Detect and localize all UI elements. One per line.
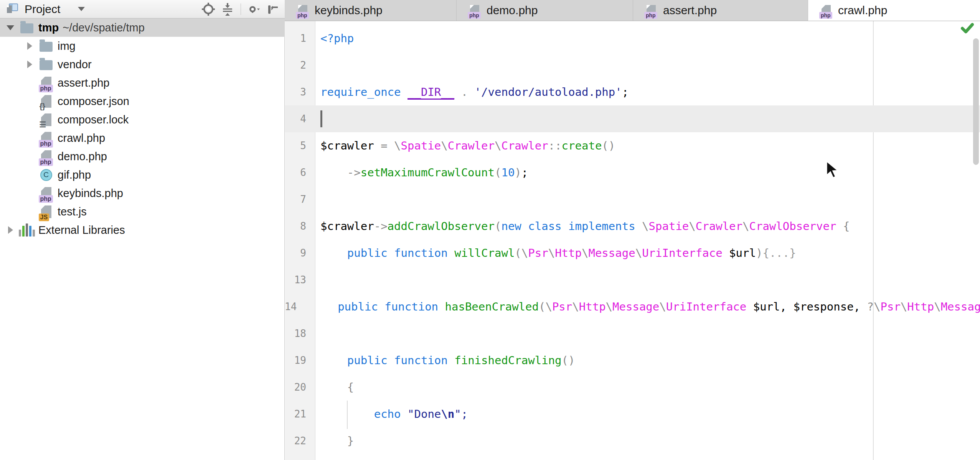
- code-line-14[interactable]: 14 public function hasBeenCrawled(\Psr\H…: [285, 293, 980, 320]
- code-line-3[interactable]: 3require_once __DIR__ . '/vendor/autoloa…: [285, 79, 980, 105]
- tree-item-demo.php[interactable]: php demo.php: [0, 147, 285, 166]
- tree-item-label: vendor: [58, 58, 92, 71]
- tab-crawl.php[interactable]: php crawl.php: [808, 0, 980, 21]
- code-text: }: [320, 434, 354, 447]
- settings-gear-icon[interactable]: [246, 2, 260, 16]
- hide-panel-icon[interactable]: [266, 2, 279, 16]
- php-file-icon: php: [41, 187, 51, 200]
- code-text: ->setMaximumCrawlCount(10);: [320, 166, 528, 179]
- editor-scrollbar-thumb[interactable]: [973, 38, 979, 165]
- tab-demo.php[interactable]: php demo.php: [457, 0, 633, 21]
- expand-arrow-icon[interactable]: [7, 25, 14, 30]
- code-area[interactable]: 1<?php23require_once __DIR__ . '/vendor/…: [285, 21, 980, 454]
- code-text: public function finishedCrawling(): [320, 354, 575, 367]
- tab-label: demo.php: [487, 4, 538, 17]
- tree-item-label: gif.php: [58, 169, 91, 181]
- code-line-21[interactable]: 21 echo "Done\n";: [285, 401, 980, 427]
- tree-item-label: composer.lock: [58, 113, 129, 126]
- php-file-icon: php: [647, 5, 656, 16]
- code-text: echo "Done\n";: [320, 407, 468, 421]
- tree-item-img[interactable]: img: [0, 37, 285, 55]
- line-number: 3: [285, 86, 306, 98]
- tree-item-assert.php[interactable]: php assert.php: [0, 74, 285, 92]
- tree-item-label: test.js: [58, 205, 87, 218]
- line-number: 1: [285, 33, 306, 44]
- line-number: 18: [285, 328, 306, 339]
- code-line-8[interactable]: 8$crawler->addCrawlObserver(new class im…: [285, 213, 980, 240]
- code-line-2[interactable]: 2: [285, 52, 980, 79]
- php-file-icon: php: [298, 5, 307, 16]
- inspections-ok-icon[interactable]: [961, 23, 974, 36]
- line-number: 2: [285, 59, 306, 71]
- code-text: public function hasBeenCrawled(\Psr\Http…: [311, 300, 980, 313]
- project-tool-window: Project: [0, 0, 285, 460]
- code-line-6[interactable]: 6 ->setMaximumCrawlCount(10);: [285, 159, 980, 186]
- tree-item-label: keybinds.php: [58, 187, 123, 200]
- code-text: {: [320, 381, 354, 394]
- tree-item-vendor[interactable]: vendor: [0, 55, 285, 74]
- phpstorm-window: Project: [0, 0, 980, 460]
- collapse-arrow-icon[interactable]: [27, 42, 32, 50]
- lock-file-icon: ☰: [41, 113, 51, 126]
- line-number: 5: [285, 140, 306, 151]
- code-text: require_once __DIR__ . '/vendor/autoload…: [320, 85, 629, 99]
- code-text: public function willCrawl(\Psr\Http\Mess…: [320, 246, 796, 260]
- tree-item-external-libraries[interactable]: External Libraries: [0, 221, 285, 239]
- code-line-7[interactable]: 7: [285, 186, 980, 213]
- code-line-18[interactable]: 18: [285, 320, 980, 347]
- line-number: 7: [285, 194, 306, 205]
- json-file-icon: {}: [41, 95, 51, 108]
- tree-item-tmp[interactable]: tmp~/dev/spatie/tmp: [0, 18, 285, 37]
- tree-item-label: assert.php: [58, 77, 109, 89]
- tab-keybinds.php[interactable]: php keybinds.php: [285, 0, 457, 21]
- folder-icon: [40, 60, 53, 70]
- line-number: 13: [285, 274, 306, 286]
- tree-item-composer.lock[interactable]: ☰ composer.lock: [0, 110, 285, 129]
- toolbar-separator: [241, 3, 241, 15]
- line-number: 4: [285, 113, 306, 125]
- collapse-arrow-icon[interactable]: [27, 61, 32, 68]
- line-number: 21: [285, 408, 306, 420]
- tab-assert.php[interactable]: php assert.php: [633, 0, 808, 21]
- tree-item-label: External Libraries: [38, 224, 125, 237]
- project-tool-window-icon: [5, 2, 19, 17]
- code-line-1[interactable]: 1<?php: [285, 25, 980, 52]
- code-line-19[interactable]: 19 public function finishedCrawling(): [285, 347, 980, 374]
- php-class-icon: C: [40, 169, 52, 181]
- code-editor[interactable]: 1<?php23require_once __DIR__ . '/vendor/…: [285, 21, 980, 460]
- tree-item-crawl.php[interactable]: php crawl.php: [0, 129, 285, 147]
- code-line-22[interactable]: 22 }: [285, 427, 980, 454]
- locate-icon[interactable]: [201, 2, 215, 16]
- code-line-13[interactable]: 13: [285, 266, 980, 293]
- tab-label: assert.php: [663, 4, 717, 17]
- folder-icon: [20, 23, 33, 33]
- editor-pane: php keybinds.phpphp demo.phpphp assert.p…: [285, 0, 980, 460]
- code-line-9[interactable]: 9 public function willCrawl(\Psr\Http\Me…: [285, 240, 980, 266]
- project-file-tree: tmp~/dev/spatie/tmp img vendor php asser…: [0, 18, 285, 239]
- php-file-icon: php: [822, 5, 831, 16]
- code-line-5[interactable]: 5$crawler = \Spatie\Crawler\Crawler::cre…: [285, 132, 980, 159]
- tree-item-gif.php[interactable]: C gif.php: [0, 166, 285, 184]
- collapse-arrow-icon[interactable]: [8, 226, 13, 234]
- code-line-4[interactable]: 4: [285, 105, 980, 132]
- text-caret: [320, 110, 322, 127]
- php-file-icon: php: [41, 77, 51, 89]
- line-number: 6: [285, 167, 306, 178]
- tree-item-keybinds.php[interactable]: php keybinds.php: [0, 184, 285, 202]
- code-text: $crawler = \Spatie\Crawler\Crawler::crea…: [320, 139, 615, 152]
- chevron-down-icon[interactable]: [78, 7, 85, 11]
- line-number: 22: [285, 435, 306, 447]
- mouse-cursor-icon: [825, 160, 843, 181]
- tree-item-composer.json[interactable]: {} composer.json: [0, 92, 285, 110]
- tree-item-test.js[interactable]: JS test.js: [0, 202, 285, 221]
- tree-item-label: tmp: [38, 21, 59, 34]
- php-file-icon: php: [41, 150, 51, 163]
- collapse-all-icon[interactable]: [221, 2, 234, 16]
- line-number: 20: [285, 381, 306, 393]
- js-file-icon: JS: [41, 205, 51, 218]
- folder-icon: [40, 42, 53, 52]
- code-line-20[interactable]: 20 {: [285, 374, 980, 401]
- tab-label: keybinds.php: [315, 4, 383, 17]
- panel-title[interactable]: Project: [25, 3, 60, 16]
- line-number: 8: [285, 220, 306, 232]
